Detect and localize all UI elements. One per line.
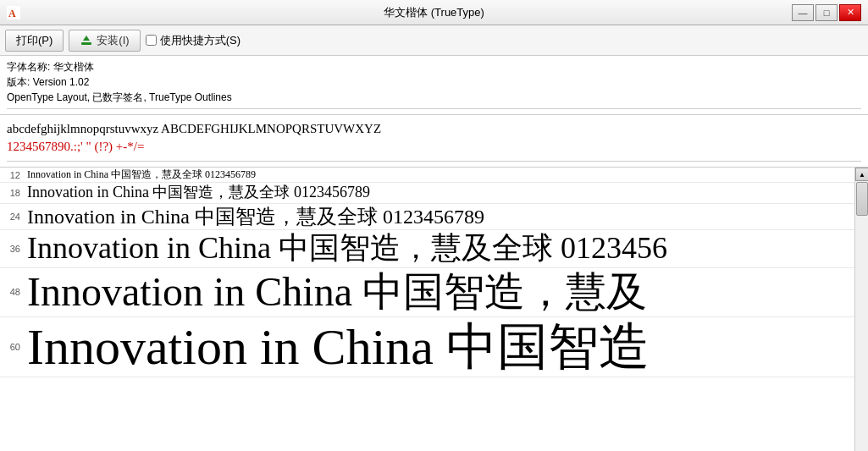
preview-text-12: Innovation in China 中国智造，慧及全球 0123456789: [27, 169, 256, 180]
app-icon: A: [7, 6, 20, 19]
size-label-36: 36: [0, 244, 27, 254]
main-content: 字体名称: 华文楷体 版本: Version 1.02 OpenType Lay…: [0, 56, 868, 451]
preview-text-18: Innovation in China 中国智造，慧及全球 0123456789: [27, 184, 370, 201]
size-label-48: 48: [0, 287, 27, 297]
svg-marker-3: [83, 36, 90, 41]
size-label-18: 18: [0, 188, 27, 198]
preview-content: 12 Innovation in China 中国智造，慧及全球 0123456…: [0, 168, 854, 377]
print-label: 打印(P): [16, 33, 53, 48]
close-button[interactable]: ✕: [839, 4, 861, 21]
shortcut-checkbox-label[interactable]: 使用快捷方式(S): [146, 33, 240, 48]
preview-row-48: 48 Innovation in China 中国智造，慧及: [0, 268, 854, 317]
svg-rect-2: [81, 42, 91, 45]
font-info-divider: [7, 108, 861, 109]
preview-row-18: 18 Innovation in China 中国智造，慧及全球 0123456…: [0, 183, 854, 204]
font-info-panel: 字体名称: 华文楷体 版本: Version 1.02 OpenType Lay…: [0, 56, 868, 115]
preview-text-48: Innovation in China 中国智造，慧及: [27, 270, 647, 315]
preview-text-24: Innovation in China 中国智造，慧及全球 0123456789: [27, 206, 484, 228]
svg-text:A: A: [8, 8, 16, 19]
restore-button[interactable]: □: [815, 4, 838, 21]
font-version: 版本: Version 1.02: [7, 74, 861, 90]
window-title: 华文楷体 (TrueType): [384, 5, 484, 20]
install-button[interactable]: 安装(I): [69, 30, 140, 52]
preview-row-60: 60 Innovation in China 中国智造: [0, 317, 854, 377]
toolbar: 打印(P) 安装(I) 使用快捷方式(S): [0, 25, 868, 56]
title-bar: A 华文楷体 (TrueType) — □ ✕: [0, 0, 868, 25]
preview-text-60: Innovation in China 中国智造: [27, 319, 650, 375]
window-controls: — □ ✕: [792, 4, 861, 21]
alphabet-line1: abcdefghijklmnopqrstuvwxyz ABCDEFGHIJKLM…: [7, 120, 861, 138]
install-label: 安装(I): [97, 33, 129, 48]
font-details: OpenType Layout, 已数字签名, TrueType Outline…: [7, 90, 861, 105]
font-name: 字体名称: 华文楷体: [7, 59, 861, 74]
alphabet-line2: 1234567890.:;' " (!?) +-*/=: [7, 138, 861, 156]
install-icon: [80, 34, 93, 47]
print-button[interactable]: 打印(P): [5, 30, 64, 52]
shortcut-checkbox[interactable]: [146, 35, 157, 46]
preview-text-36: Innovation in China 中国智造，慧及全球 0123456: [27, 232, 667, 266]
shortcut-label: 使用快捷方式(S): [160, 33, 240, 48]
minimize-button[interactable]: —: [792, 4, 814, 21]
alphabet-area: abcdefghijklmnopqrstuvwxyz ABCDEFGHIJKLM…: [0, 115, 868, 168]
scrollbar-up-button[interactable]: ▲: [855, 168, 868, 181]
scrollbar-thumb[interactable]: [856, 182, 868, 216]
size-label-12: 12: [0, 170, 27, 180]
scrollbar-track[interactable]: ▲: [854, 168, 868, 451]
alphabet-divider: [7, 161, 861, 162]
preview-row-12: 12 Innovation in China 中国智造，慧及全球 0123456…: [0, 168, 854, 183]
size-label-60: 60: [0, 342, 27, 352]
preview-row-36: 36 Innovation in China 中国智造，慧及全球 0123456: [0, 230, 854, 268]
preview-area: 12 Innovation in China 中国智造，慧及全球 0123456…: [0, 168, 868, 451]
preview-row-24: 24 Innovation in China 中国智造，慧及全球 0123456…: [0, 204, 854, 230]
size-label-24: 24: [0, 212, 27, 222]
